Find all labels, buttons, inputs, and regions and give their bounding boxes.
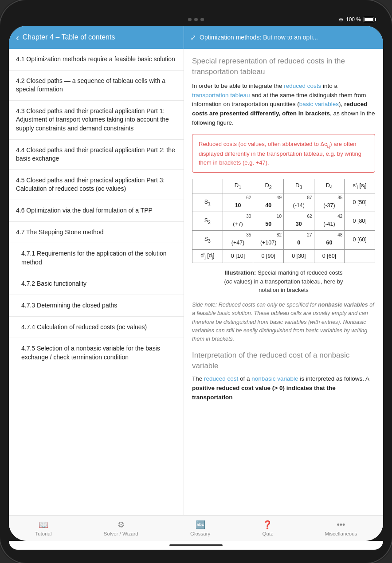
link-reduced-cost-2[interactable]: reduced cost <box>204 375 238 382</box>
toc-label-4-5: 4.5 Closed paths and their practical app… <box>16 177 165 193</box>
side-note-label: Side note: Reduced costs can only be spe… <box>192 302 318 308</box>
interpretation-heading-text: Interpretation of the reduced cost of a … <box>192 351 349 370</box>
cell-s1-d3: 87 (-14) <box>283 193 314 212</box>
link3-text: basic variables <box>299 101 339 107</box>
link1-text: reduced costs <box>284 83 321 89</box>
interp-bold: positive reduced cost value (> 0) indica… <box>192 385 336 401</box>
toc-title: Chapter 4 – Table of contents <box>23 33 115 41</box>
toc-item-4-3[interactable]: 4.3 Closed paths and their practical app… <box>9 101 184 140</box>
toc-label-4-7-2: 4.7.2 Basic functionality <box>21 280 86 287</box>
nav-quiz-label: Quiz <box>263 531 273 536</box>
table-header-si: s'i [si] <box>345 179 375 193</box>
interp-bold1: positive reduced cost value (> 0) indica… <box>192 385 336 391</box>
table-header-d4: D4 <box>314 179 345 193</box>
toc-item-4-4[interactable]: 4.4 Closed paths and their practical app… <box>9 140 184 170</box>
toc-label-4-7: 4.7 The Stepping Stone method <box>16 228 103 236</box>
cell-s2-d4: 42 (-41) <box>314 212 345 231</box>
nav-misc-label: Miscellaneous <box>325 531 357 536</box>
toc-item-4-7-5[interactable]: 4.7.5 Selection of a nonbasic variable f… <box>9 338 184 368</box>
status-right: ⊛ 100 % <box>339 16 374 23</box>
nav-quiz[interactable]: ❓ Quiz <box>258 518 278 538</box>
row-label-s1: S1 <box>192 193 223 212</box>
toc-item-4-1[interactable]: 4.1 Optimization methods require a feasi… <box>9 49 184 71</box>
link-nonbasic-variable[interactable]: nonbasic variable <box>251 375 298 382</box>
cell-s3-d3: 27 0 <box>283 231 314 249</box>
content-heading: Special representation of reduced costs … <box>192 56 375 77</box>
toc-item-4-6[interactable]: 4.6 Optimization via the dual formulatio… <box>9 200 184 222</box>
cell-demand-d4: 0 [60] <box>314 249 345 263</box>
cell-s1-last: 0 [50] <box>345 193 375 212</box>
toc-item-4-7-4[interactable]: 4.7.4 Calculation of reduced costs (oc v… <box>9 317 184 339</box>
link2-text: transportation tableau <box>192 92 250 98</box>
interpretation-heading: Interpretation of the reduced cost of a … <box>192 350 375 371</box>
nav-tutorial[interactable]: 📖 Tutorial <box>31 518 56 538</box>
cell-s3-last: 0 [60] <box>345 231 375 249</box>
nav-solver-label: Solver / Wizard <box>104 531 138 536</box>
interp-bold2: transportation <box>192 394 233 401</box>
toc-item-4-7[interactable]: 4.7 The Stepping Stone method <box>9 222 184 244</box>
link-basic-variables[interactable]: basic variables <box>299 101 339 107</box>
top-bar: ‹ Chapter 4 – Table of contents ⤢ Optimi… <box>9 26 383 49</box>
side-note-text: Side note: Reduced costs can only be spe… <box>192 302 374 343</box>
illustration-caption: Illustration: Special marking of reduced… <box>192 268 375 295</box>
table-row-s2: S2 30 (+7) 10 50 62 30 <box>192 212 375 231</box>
content-heading-text: Special representation of reduced costs … <box>192 57 345 76</box>
body1: In order to be able to integrate the <box>192 83 284 89</box>
home-indicator <box>9 541 383 550</box>
tutorial-icon: 📖 <box>39 520 48 530</box>
content-panel: Special representation of reduced costs … <box>184 49 383 515</box>
interpretation-body: The reduced cost of a nonbasic variable … <box>192 374 375 402</box>
table-row-s1: S1 62 10 49 40 87 (-14) <box>192 193 375 212</box>
content-header: ⤢ Optimization methods: But now to an op… <box>184 26 383 49</box>
cell-demand-d3: 0 [30] <box>283 249 314 263</box>
toc-item-4-2[interactable]: 4.2 Closed paths — a sequence of tableau… <box>9 71 184 101</box>
cell-s2-d1: 30 (+7) <box>223 212 253 231</box>
toc-item-4-7-3[interactable]: 4.7.3 Determining the closed paths <box>9 295 184 317</box>
link-reduced-costs[interactable]: reduced costs <box>284 83 321 89</box>
body2: into a <box>321 83 337 89</box>
dot1 <box>188 18 192 21</box>
red-box: Reduced costs (oc values, often abbrevia… <box>192 134 375 173</box>
cell-s1-d1: 62 10 <box>223 193 253 212</box>
toc-label-4-2: 4.2 Closed paths — a sequence of tableau… <box>16 77 165 93</box>
interp-body1: The <box>192 375 204 382</box>
screen: ‹ Chapter 4 – Table of contents ⤢ Optimi… <box>9 26 383 541</box>
misc-icon: ••• <box>337 520 345 530</box>
toc-label-4-7-4: 4.7.4 Calculation of reduced costs (oc v… <box>21 323 147 331</box>
cell-s3-d1: 35 (+47) <box>223 231 253 249</box>
toc-label-4-6: 4.6 Optimization via the dual formulatio… <box>16 207 153 214</box>
interp-body3: is interpreted as follows. A <box>298 375 369 382</box>
cell-demand-last <box>345 249 375 263</box>
nav-solver[interactable]: ⚙ Solver / Wizard <box>99 518 143 538</box>
nav-tutorial-label: Tutorial <box>35 531 52 536</box>
cell-s2-d2: 10 50 <box>253 212 284 231</box>
interp-link1: reduced cost <box>204 375 238 382</box>
side-note: Side note: Reduced costs can only be spe… <box>192 301 375 344</box>
content-title: Optimization methods: But now to an opti… <box>200 34 318 41</box>
row-label-s3: S3 <box>192 231 223 249</box>
toc-label-4-1: 4.1 Optimization methods require a feasi… <box>16 55 175 63</box>
link-transport-tableau[interactable]: transportation tableau <box>192 92 250 98</box>
interp-body2: of a <box>238 375 251 382</box>
toc-item-4-7-1[interactable]: 4.7.1 Requirements for the application o… <box>9 243 184 273</box>
nav-glossary[interactable]: 🔤 Glossary <box>186 518 215 538</box>
device-frame: ⊛ 100 % ‹ Chapter 4 – Table of contents … <box>0 0 392 563</box>
toc-label-4-3: 4.3 Closed paths and their practical app… <box>16 107 169 132</box>
toc-item-4-5[interactable]: 4.5 Closed paths and their practical app… <box>9 170 184 200</box>
cell-s1-d4: 85 (-37) <box>314 193 345 212</box>
row-label-demand: d'j [dj] <box>192 249 223 263</box>
toc-header[interactable]: ‹ Chapter 4 – Table of contents <box>9 26 184 49</box>
cell-s3-d4: 48 60 <box>314 231 345 249</box>
row-label-s2: S2 <box>192 212 223 231</box>
back-icon[interactable]: ‹ <box>16 32 19 43</box>
wifi-icon: ⊛ <box>339 16 343 23</box>
table-header-d1: D1 <box>223 179 253 193</box>
nav-misc[interactable]: ••• Miscellaneous <box>320 519 361 538</box>
cell-s3-d2: 82 (+107) <box>253 231 284 249</box>
red-box-text: Reduced costs (oc values, often abbrevia… <box>199 141 327 147</box>
battery-fill <box>365 18 373 21</box>
expand-icon[interactable]: ⤢ <box>190 33 196 42</box>
toc-item-4-7-2[interactable]: 4.7.2 Basic functionality <box>9 273 184 295</box>
toc-label-4-7-5: 4.7.5 Selection of a nonbasic variable f… <box>21 345 160 361</box>
dot3 <box>200 18 204 21</box>
